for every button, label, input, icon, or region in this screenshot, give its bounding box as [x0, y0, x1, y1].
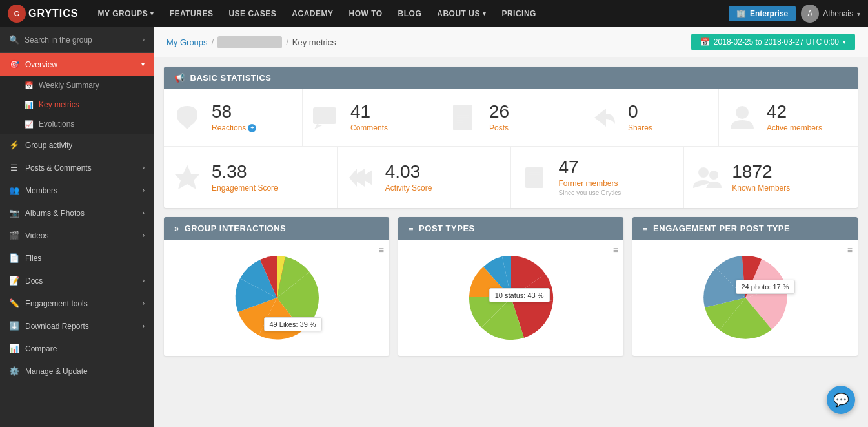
chart-menu-icon-2[interactable]: ≡ — [613, 245, 618, 255]
sidebar-item-weekly-summary[interactable]: 📅 Weekly Summary — [0, 76, 154, 95]
shares-icon — [587, 101, 620, 134]
nav-blog[interactable]: BLOG — [390, 0, 430, 27]
basic-statistics-card: 📢 BASIC STATISTICS 58 Reactions + — [164, 67, 858, 208]
group-interactions-body: ≡ — [164, 240, 389, 356]
stat-posts-info: 26 Posts — [489, 103, 573, 132]
activity-score-value: 4.03 — [385, 163, 504, 181]
stat-shares-info: 0 Shares — [628, 103, 712, 132]
reactions-label: Reactions + — [212, 123, 296, 132]
nav-about-us[interactable]: ABOUT US ▾ — [429, 0, 494, 27]
stat-known-members: 1872 Known Members — [684, 147, 858, 208]
stat-engagement-score-info: 5.38 Engagement Score — [212, 163, 330, 193]
engagement-score-label: Engagement Score — [212, 183, 330, 193]
calendar-icon: 📅 — [700, 37, 710, 47]
posts-value: 26 — [489, 103, 573, 121]
nav-use-cases[interactable]: USE CASES — [221, 0, 284, 27]
briefcase-icon: 🏢 — [736, 9, 746, 18]
engagement-per-post-header: ≡ ENGAGEMENT PER POST TYPE — [632, 217, 858, 240]
sidebar-item-download-reports[interactable]: ⬇️ Download Reports › — [0, 315, 154, 337]
former-members-label: Former members — [559, 179, 678, 188]
nav-pricing[interactable]: PRICING — [494, 0, 544, 27]
engagement-score-value: 5.38 — [212, 163, 330, 181]
nav-how-to[interactable]: HOW TO — [341, 0, 390, 27]
sidebar-item-key-metrics[interactable]: 📊 Key metrics — [0, 95, 154, 114]
nav-items: MY GROUPS ▾ FEATURES USE CASES ACADEMY H… — [90, 0, 729, 27]
svg-marker-7 — [349, 169, 372, 187]
sidebar-item-manage-update[interactable]: ⚙️ Manage & Update — [0, 360, 154, 382]
sidebar-item-evolutions[interactable]: 📈 Evolutions — [0, 114, 154, 134]
chevron-right-icon: › — [143, 322, 145, 329]
search-in-group[interactable]: 🔍 Search in the group › — [0, 27, 154, 53]
date-picker-button[interactable]: 📅 2018-02-25 to 2018-03-27 UTC 0:00 ▾ — [691, 34, 855, 50]
user-menu[interactable]: A Athenais ▾ — [801, 5, 860, 23]
known-members-icon — [691, 161, 724, 194]
chevron-right-icon: › — [143, 300, 145, 307]
sidebar-item-posts-comments[interactable]: ☰ Posts & Comments › — [0, 156, 154, 179]
active-members-icon — [725, 101, 759, 134]
stats-grid-bottom: 5.38 Engagement Score 4.03 Activity S — [164, 147, 858, 208]
svg-point-12 — [698, 167, 709, 178]
chevron-right-icon: › — [143, 187, 145, 194]
activity-score-label: Activity Score — [385, 183, 504, 193]
overview-icon: 🎯 — [9, 59, 19, 69]
svg-rect-2 — [453, 105, 472, 130]
comments-value: 41 — [350, 103, 434, 121]
enterprise-button[interactable]: 🏢 Enterprise — [729, 6, 796, 21]
logo-icon: G — [8, 5, 26, 23]
stat-former-members-info: 47 Former members Since you use Grytics — [559, 158, 678, 196]
svg-marker-1 — [314, 124, 322, 129]
reactions-value: 58 — [212, 103, 296, 121]
post-types-chart: ≡ POST TYPES ≡ — [398, 217, 623, 356]
charts-row: » GROUP INTERACTIONS ≡ — [164, 217, 858, 356]
stat-activity-score: 4.03 Activity Score — [338, 147, 511, 208]
group-interactions-pie: 49 Likes: 39 % — [232, 253, 322, 343]
chevron-down-icon: ▾ — [141, 61, 145, 68]
known-members-label: Known Members — [732, 183, 851, 193]
list-icon: ≡ — [409, 224, 414, 233]
stat-known-members-info: 1872 Known Members — [732, 163, 851, 193]
active-members-value: 42 — [767, 103, 851, 121]
chart-menu-icon-3[interactable]: ≡ — [847, 245, 853, 255]
sidebar-item-docs[interactable]: 📝 Docs › — [0, 269, 154, 292]
sidebar: 🔍 Search in the group › 🎯 Overview ▾ 📅 W… — [0, 27, 154, 427]
photos-icon: 📷 — [9, 208, 19, 218]
comments-icon — [309, 101, 343, 134]
sidebar-item-compare[interactable]: 📊 Compare — [0, 337, 154, 360]
nav-my-groups[interactable]: MY GROUPS ▾ — [90, 0, 162, 27]
svg-point-6 — [736, 106, 749, 119]
logo[interactable]: G GRYTICS — [8, 5, 79, 23]
svg-rect-0 — [313, 107, 336, 124]
main-content: My Groups / ••••• •••••••••• / Key metri… — [154, 27, 868, 427]
main-layout: 🔍 Search in the group › 🎯 Overview ▾ 📅 W… — [0, 27, 868, 427]
chat-bubble-button[interactable]: 💬 — [827, 386, 855, 414]
former-members-icon — [518, 161, 551, 194]
stat-engagement-score: 5.38 Engagement Score — [164, 147, 338, 208]
sidebar-item-overview[interactable]: 🎯 Overview ▾ — [0, 53, 154, 76]
sidebar-item-files[interactable]: 📄 Files — [0, 247, 154, 269]
files-icon: 📄 — [9, 253, 19, 263]
nav-academy[interactable]: ACADEMY — [284, 0, 341, 27]
breadcrumb-bar: My Groups / ••••• •••••••••• / Key metri… — [154, 27, 868, 57]
stat-active-members: 42 Active members — [719, 89, 858, 146]
nav-right: 🏢 Enterprise A Athenais ▾ — [729, 5, 860, 23]
sidebar-item-videos[interactable]: 🎬 Videos › — [0, 224, 154, 247]
logo-text: GRYTICS — [28, 8, 79, 19]
videos-icon: 🎬 — [9, 231, 19, 240]
chevron-right-icon: › — [143, 209, 145, 216]
comments-label: Comments — [350, 123, 434, 132]
breadcrumb-home[interactable]: My Groups — [167, 37, 208, 47]
top-navigation: G GRYTICS MY GROUPS ▾ FEATURES USE CASES… — [0, 0, 868, 27]
line-chart-icon: 📈 — [25, 120, 34, 129]
sidebar-item-albums-photos[interactable]: 📷 Albums & Photos › — [0, 202, 154, 224]
chart-menu-icon[interactable]: ≡ — [379, 245, 384, 255]
sidebar-item-group-activity[interactable]: ⚡ Group activity — [0, 134, 154, 156]
engagement-per-post-body: ≡ — [632, 240, 858, 356]
sidebar-item-engagement-tools[interactable]: ✏️ Engagement tools › — [0, 292, 154, 315]
shares-label: Shares — [628, 123, 712, 132]
sidebar-item-members[interactable]: 👥 Members › — [0, 179, 154, 202]
nav-features[interactable]: FEATURES — [162, 0, 221, 27]
breadcrumb-separator: / — [212, 37, 214, 47]
post-types-pie: 10 status: 43 % — [466, 253, 556, 343]
svg-point-13 — [709, 171, 718, 180]
chevron-right-icon: › — [143, 277, 145, 284]
